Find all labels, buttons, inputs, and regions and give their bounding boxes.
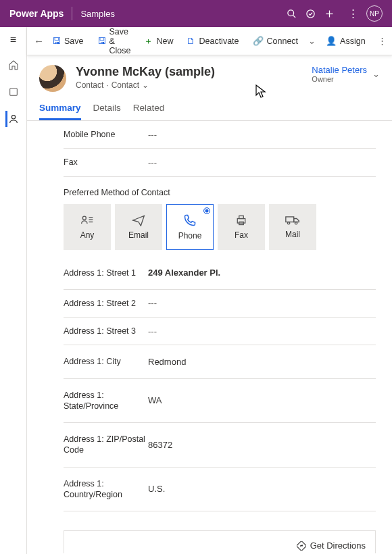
svg-rect-12 — [239, 216, 244, 218]
svg-point-15 — [287, 222, 289, 224]
tile-any[interactable]: Any — [64, 204, 111, 250]
save-close-button[interactable]: 🖫Save & Close — [92, 24, 137, 58]
connect-button[interactable]: 🔗Connect — [247, 33, 304, 49]
tile-email[interactable]: Email — [115, 204, 162, 250]
field-street3[interactable]: Address 1: Street 3 — [64, 318, 376, 345]
svg-point-6 — [11, 116, 15, 119]
phone-icon — [183, 213, 197, 227]
field-country[interactable]: Address 1: Country/Region U.S. — [64, 468, 376, 512]
tile-mail[interactable]: Mail — [269, 204, 316, 250]
svg-point-2 — [307, 9, 314, 17]
task-icon[interactable] — [305, 9, 324, 19]
field-mobile-phone[interactable]: Mobile Phone — [64, 121, 376, 149]
expand-chevron-icon[interactable]: ⌄ — [372, 65, 380, 79]
hamburger-icon[interactable]: ≡ — [10, 34, 16, 46]
connect-chevron[interactable]: ⌄ — [306, 33, 318, 49]
app-name: Power Apps — [9, 8, 64, 19]
tile-fax[interactable]: Fax — [218, 204, 265, 250]
deactivate-button[interactable]: 🗋Deactivate — [181, 33, 244, 49]
map-card: Get Directions Map is disabled for this … — [64, 530, 376, 553]
app-titlebar: Power Apps Samples ⋮ NP — [0, 0, 392, 27]
tab-details[interactable]: Details — [93, 103, 121, 120]
contact-photo[interactable] — [39, 65, 66, 92]
preferred-contact-tiles: Any Email Phone — [64, 204, 376, 250]
svg-point-0 — [288, 9, 294, 16]
assign-button[interactable]: 👤Assign — [320, 33, 371, 49]
record-breadcrumb: Contact · Contact ⌄ — [76, 80, 215, 90]
person-list-icon — [80, 214, 94, 226]
field-city[interactable]: Address 1: City Redmond — [64, 345, 376, 378]
left-nav-rail: ≡ — [0, 27, 27, 554]
chevron-down-icon[interactable]: ⌄ — [142, 80, 149, 90]
add-icon[interactable] — [324, 9, 343, 19]
printer-icon — [235, 214, 248, 226]
tile-phone[interactable]: Phone — [166, 204, 214, 250]
truck-icon — [285, 215, 300, 226]
field-street2[interactable]: Address 1: Street 2 — [64, 290, 376, 318]
user-avatar[interactable]: NP — [366, 5, 383, 22]
titlebar-divider — [72, 7, 72, 20]
form-content: Mobile Phone Fax Preferred Method of Con… — [27, 121, 392, 553]
get-directions-link[interactable]: Get Directions — [74, 540, 366, 551]
field-zip[interactable]: Address 1: ZIP/Postal Code 86372 — [64, 423, 376, 468]
recent-icon[interactable] — [5, 84, 22, 100]
save-button[interactable]: 🖫Save — [47, 33, 89, 49]
field-fax[interactable]: Fax — [64, 149, 376, 176]
svg-rect-11 — [237, 218, 245, 223]
record-header: Yvonne McKay (sample) Contact · Contact … — [27, 55, 392, 92]
new-button[interactable]: ＋New — [139, 32, 178, 50]
svg-point-16 — [295, 222, 297, 224]
command-bar: ← 🖫Save 🖫Save & Close ＋New 🗋Deactivate 🔗… — [27, 27, 392, 55]
overflow-icon[interactable]: ⋮ — [374, 33, 391, 49]
svg-rect-14 — [286, 216, 294, 222]
home-icon[interactable] — [5, 57, 22, 73]
field-state[interactable]: Address 1: State/Province WA — [64, 379, 376, 424]
radio-indicator — [203, 207, 210, 214]
owner-label: Owner — [312, 75, 367, 83]
field-street1[interactable]: Address 1: Street 1 249 Alexander Pl. — [64, 257, 376, 290]
tab-summary[interactable]: Summary — [39, 103, 81, 120]
more-icon[interactable]: ⋮ — [343, 7, 362, 20]
record-tabs: Summary Details Related — [27, 92, 392, 121]
owner-name[interactable]: Natalie Peters — [312, 65, 367, 75]
svg-rect-5 — [9, 89, 17, 96]
tab-related[interactable]: Related — [133, 103, 165, 120]
svg-line-1 — [293, 15, 295, 17]
send-icon — [132, 214, 145, 226]
svg-rect-17 — [297, 541, 306, 551]
contact-icon[interactable] — [5, 111, 22, 127]
record-title: Yvonne McKay (sample) — [76, 65, 215, 79]
directions-icon — [297, 541, 306, 551]
back-button[interactable]: ← — [34, 35, 44, 47]
svg-point-7 — [82, 216, 86, 220]
environment-label: Samples — [80, 9, 115, 19]
preferred-contact-label: Preferred Method of Contact — [64, 177, 376, 204]
search-icon[interactable] — [287, 9, 305, 19]
